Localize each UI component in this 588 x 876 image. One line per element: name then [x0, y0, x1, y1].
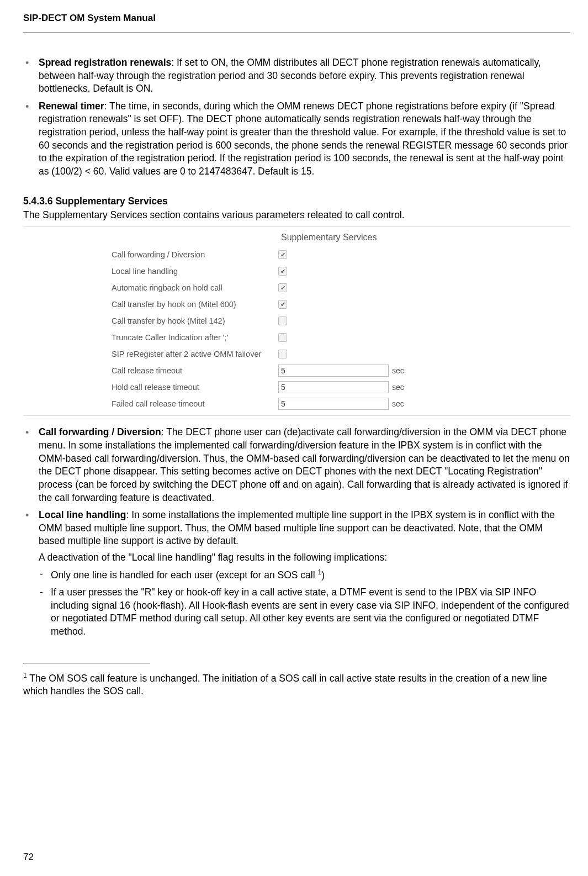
dash-text: If a user presses the "R" key or hook-of… [51, 587, 569, 637]
row-label: Failed call release timeout [112, 399, 278, 410]
table-row: Hold call release timeout 5 sec [112, 379, 498, 395]
section-intro: The Supplementary Services section conta… [23, 209, 570, 222]
sip-reregister-checkbox[interactable]: ✔ [278, 350, 287, 358]
local-line-extra: A deactivation of the "Local line handli… [39, 551, 570, 564]
row-label: Call forwarding / Diversion [112, 250, 278, 261]
divider [23, 226, 570, 227]
renewal-timer-text: : The time, in seconds, during which the… [39, 101, 568, 177]
row-label: Call transfer by hook on (Mitel 600) [112, 299, 278, 310]
table-row: SIP reRegister after 2 active OMM failov… [112, 346, 498, 362]
local-line-checkbox[interactable]: ✔ [278, 267, 287, 276]
dash-list: Only one line is handled for each user (… [39, 568, 570, 638]
truncate-caller-checkbox[interactable]: ✔ [278, 333, 287, 342]
list-item: Renewal timer: The time, in seconds, dur… [23, 100, 570, 178]
failed-call-release-timeout-input[interactable]: 5 [278, 398, 389, 410]
unit-label: sec [392, 366, 404, 376]
section-heading: 5.4.3.6 Supplementary Services [23, 195, 570, 208]
hold-call-release-timeout-input[interactable]: 5 [278, 381, 389, 393]
footnote-separator [23, 663, 150, 663]
table-row: Truncate Caller Indication after ';' ✔ [112, 329, 498, 346]
document-header: SIP-DECT OM System Manual [23, 12, 570, 33]
row-label: Local line handling [112, 266, 278, 277]
table-row: Automatic ringback on hold call ✔ [112, 279, 498, 296]
document-title: SIP-DECT OM System Manual [23, 13, 156, 23]
table-row: Call transfer by hook (Mitel 142) ✔ [112, 313, 498, 329]
list-item: Call forwarding / Diversion: The DECT ph… [23, 426, 570, 504]
transfer-hook-142-checkbox[interactable]: ✔ [278, 316, 287, 325]
unit-label: sec [392, 399, 404, 409]
renewal-timer-label: Renewal timer [39, 101, 104, 112]
page-number: 72 [23, 851, 34, 864]
list-item: Spread registration renewals: If set to … [23, 56, 570, 96]
bullet-list-bottom: Call forwarding / Diversion: The DECT ph… [23, 426, 570, 638]
page: SIP-DECT OM System Manual Spread registr… [0, 0, 588, 876]
row-label: Call release timeout [112, 366, 278, 377]
auto-ringback-checkbox[interactable]: ✔ [278, 283, 287, 292]
row-label: Hold call release timeout [112, 382, 278, 393]
row-label: SIP reRegister after 2 active OMM failov… [112, 349, 278, 360]
row-label: Automatic ringback on hold call [112, 283, 278, 294]
local-line-bold: Local line handling [39, 509, 126, 520]
footnote-text: The OM SOS call feature is unchanged. Th… [23, 672, 547, 696]
call-forwarding-bold: Call forwarding / Diversion [39, 426, 161, 437]
row-label: Truncate Caller Indication after ';' [112, 333, 278, 344]
spread-registration-label: Spread registration renewals [39, 57, 171, 68]
call-release-timeout-input[interactable]: 5 [278, 365, 389, 377]
bullet-list-top: Spread registration renewals: If set to … [23, 56, 570, 178]
list-item: Local line handling: In some installatio… [23, 509, 570, 638]
dash-text-post: ) [321, 569, 325, 580]
divider [23, 415, 570, 416]
supplementary-services-figure: Supplementary Services Call forwarding /… [112, 231, 498, 413]
figure-title: Supplementary Services [112, 231, 498, 247]
table-row: Call release timeout 5 sec [112, 362, 498, 379]
footnote-number: 1 [23, 672, 27, 679]
list-item: If a user presses the "R" key or hook-of… [39, 586, 570, 638]
row-label: Call transfer by hook (Mitel 142) [112, 316, 278, 327]
table-row: Call forwarding / Diversion ✔ [112, 246, 498, 263]
call-forwarding-checkbox[interactable]: ✔ [278, 250, 287, 259]
table-row: Local line handling ✔ [112, 263, 498, 279]
dash-text: Only one line is handled for each user (… [51, 569, 317, 580]
call-forwarding-text: : The DECT phone user can (de)activate c… [39, 426, 570, 503]
table-row: Call transfer by hook on (Mitel 600) ✔ [112, 296, 498, 313]
transfer-hook-on-checkbox[interactable]: ✔ [278, 300, 287, 309]
table-row: Failed call release timeout 5 sec [112, 395, 498, 412]
list-item: Only one line is handled for each user (… [39, 568, 570, 582]
footnote: 1 The OM SOS call feature is unchanged. … [23, 671, 570, 698]
unit-label: sec [392, 382, 404, 393]
